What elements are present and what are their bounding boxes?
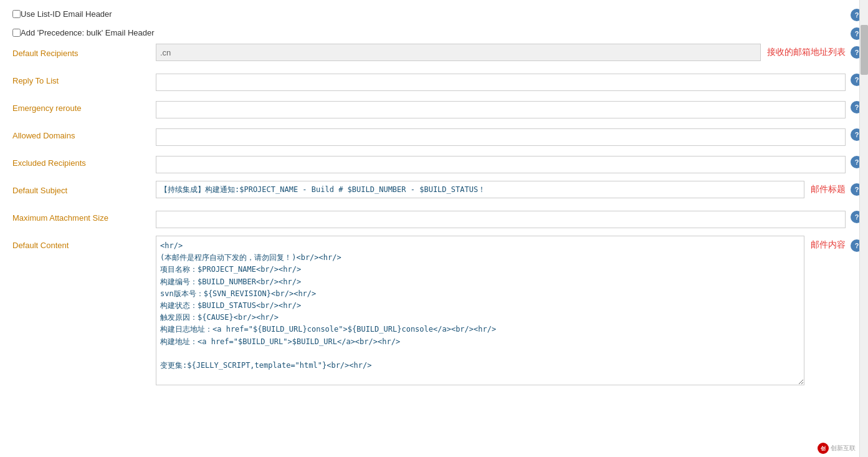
default-subject-input[interactable] — [156, 181, 804, 198]
form-row-default-recipients: Default Recipients 接收的邮箱地址列表 ? — [12, 44, 868, 66]
allowed-domains-input[interactable] — [156, 128, 846, 146]
watermark-text: 创新互联 — [831, 444, 856, 453]
form-container: Use List-ID Email Header ? Add 'Preceden… — [0, 0, 868, 457]
default-subject-label: Default Subject — [12, 181, 156, 195]
default-recipients-input[interactable] — [156, 44, 761, 61]
use-listid-checkbox[interactable] — [12, 10, 21, 18]
emergency-reroute-wrap — [156, 99, 846, 118]
default-recipients-wrap: 接收的邮箱地址列表 — [156, 44, 846, 61]
default-content-wrap: <hr/> (本邮件是程序自动下发的，请勿回复！)<br/><hr/> 项目名称… — [156, 236, 846, 387]
default-subject-wrap: 邮件标题 — [156, 181, 846, 198]
form-row-excluded-recipients: Excluded Recipients ? — [12, 153, 868, 176]
form-row-allowed-domains: Allowed Domains ? — [12, 126, 868, 148]
default-content-textarea[interactable]: <hr/> (本邮件是程序自动下发的，请勿回复！)<br/><hr/> 项目名称… — [156, 236, 804, 385]
reply-to-list-wrap — [156, 71, 846, 91]
default-subject-annotation: 邮件标题 — [811, 184, 846, 195]
allowed-domains-wrap — [156, 126, 846, 146]
checkbox-row-2: Add 'Precedence: bulk' Email Header ? — [12, 25, 868, 40]
default-recipients-annotation: 接收的邮箱地址列表 — [767, 47, 846, 58]
excluded-recipients-input[interactable] — [156, 156, 846, 173]
form-row-reply-to-list: Reply To List ? — [12, 71, 868, 94]
form-row-default-content: Default Content <hr/> (本邮件是程序自动下发的，请勿回复！… — [12, 236, 868, 387]
excluded-recipients-label: Excluded Recipients — [12, 153, 156, 168]
textarea-wrap: <hr/> (本邮件是程序自动下发的，请勿回复！)<br/><hr/> 项目名称… — [156, 236, 804, 387]
scrollbar[interactable] — [859, 0, 868, 457]
watermark-logo: 创 — [818, 443, 829, 454]
default-recipients-label: Default Recipients — [12, 44, 156, 58]
excluded-recipients-wrap — [156, 153, 846, 173]
page-wrapper: Use List-ID Email Header ? Add 'Preceden… — [0, 0, 868, 457]
max-attachment-wrap — [156, 208, 846, 228]
emergency-reroute-label: Emergency reroute — [12, 99, 156, 113]
use-listid-label: Use List-ID Email Header — [21, 9, 112, 19]
scrollbar-thumb[interactable] — [861, 25, 868, 75]
form-row-max-attachment: Maximum Attachment Size ? — [12, 208, 868, 231]
allowed-domains-label: Allowed Domains — [12, 126, 156, 140]
checkbox-row-1: Use List-ID Email Header ? — [12, 6, 868, 21]
reply-to-list-input[interactable] — [156, 74, 846, 91]
default-content-annotation: 邮件内容 — [811, 236, 846, 251]
max-attachment-label: Maximum Attachment Size — [12, 208, 156, 223]
form-row-emergency-reroute: Emergency reroute ? — [12, 99, 868, 121]
reply-to-list-label: Reply To List — [12, 71, 156, 85]
watermark: 创 创新互联 — [818, 443, 856, 454]
add-precedence-label: Add 'Precedence: bulk' Email Header — [21, 28, 155, 37]
emergency-reroute-input[interactable] — [156, 101, 846, 118]
max-attachment-input[interactable] — [156, 211, 846, 228]
default-content-label: Default Content — [12, 236, 156, 250]
add-precedence-checkbox[interactable] — [12, 29, 21, 37]
form-row-default-subject: Default Subject 邮件标题 ? — [12, 181, 868, 203]
